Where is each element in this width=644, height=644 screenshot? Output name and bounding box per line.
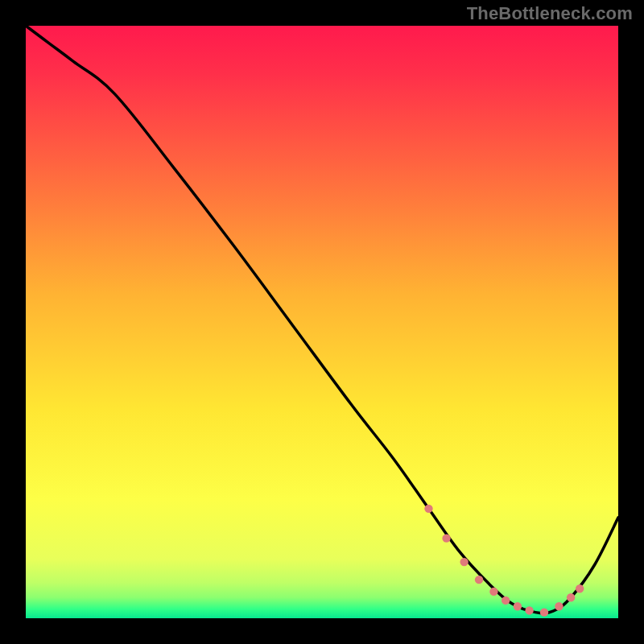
marker-dot bbox=[540, 608, 548, 616]
marker-dot bbox=[442, 534, 450, 542]
marker-dot bbox=[555, 602, 563, 610]
chart-svg bbox=[0, 0, 644, 644]
marker-dot bbox=[502, 597, 510, 605]
marker-dot bbox=[475, 576, 483, 584]
marker-dot bbox=[489, 588, 497, 596]
marker-dot bbox=[525, 606, 533, 614]
watermark-label: TheBottleneck.com bbox=[467, 3, 633, 24]
marker-dot bbox=[460, 558, 468, 566]
marker-dot bbox=[424, 505, 432, 513]
chart-container: TheBottleneck.com bbox=[0, 0, 644, 644]
marker-dot bbox=[576, 584, 584, 592]
marker-dot bbox=[514, 602, 522, 610]
plot-background bbox=[26, 26, 618, 618]
marker-dot bbox=[567, 593, 575, 601]
